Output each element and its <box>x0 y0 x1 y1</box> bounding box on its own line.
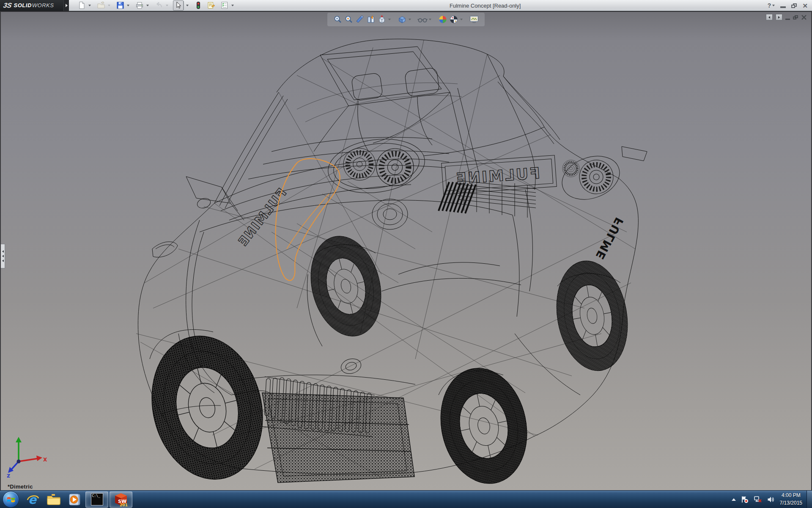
show-desktop-button[interactable] <box>807 491 812 508</box>
system-tray: 4:00 PM 7/13/2015 <box>732 491 812 508</box>
show-hidden-icons-button[interactable] <box>732 498 736 501</box>
svg-text:2015: 2015 <box>120 503 128 507</box>
heads-up-view-toolbar <box>327 13 485 26</box>
network-status-button[interactable] <box>754 496 762 503</box>
apply-scene-icon <box>449 15 458 24</box>
svg-text:FULMINE: FULMINE <box>454 164 540 188</box>
restore-button[interactable] <box>791 3 797 8</box>
zoom-to-fit-icon <box>333 15 343 24</box>
orientation-triad: X Z <box>6 435 48 478</box>
view-settings-icon <box>469 15 479 24</box>
previous-window-button[interactable] <box>766 14 773 20</box>
close-button[interactable]: ✕ <box>802 3 808 9</box>
feature-manager-collapsed-tab[interactable] <box>1 244 5 268</box>
taskbar-clock[interactable]: 4:00 PM 7/13/2015 <box>780 492 802 507</box>
start-button[interactable] <box>3 491 19 508</box>
car-wireframe-model[interactable]: FULMINE FULMINE FULME <box>1 12 811 490</box>
taskbar-media-player[interactable] <box>65 491 84 508</box>
front-right-wheel <box>431 360 538 490</box>
document-restore-button[interactable] <box>793 15 798 19</box>
taskbar-command-prompt[interactable]: C:\_ <box>85 491 108 508</box>
section-view-button[interactable] <box>354 14 365 25</box>
rebuild-traffic-light-icon <box>195 1 202 9</box>
triad-z-label: Z <box>7 473 10 478</box>
apply-scene-button[interactable] <box>448 14 459 25</box>
zoom-to-fit-button[interactable] <box>332 14 343 25</box>
previous-window-icon <box>768 16 770 19</box>
previous-view-button[interactable] <box>365 14 376 25</box>
print-dropdown-arrow[interactable] <box>146 5 149 6</box>
file-properties-icon <box>207 1 215 9</box>
front-grille-mesh <box>262 393 414 483</box>
save-button[interactable] <box>115 0 126 11</box>
document-close-button[interactable] <box>801 14 807 20</box>
menu-expand-button[interactable] <box>63 0 69 11</box>
svg-text:e: e <box>28 493 37 506</box>
taskbar-file-explorer[interactable] <box>44 491 63 508</box>
select-tool-button[interactable] <box>173 0 184 11</box>
clock-date: 7/13/2015 <box>780 500 802 507</box>
save-icon <box>116 1 124 9</box>
next-window-button[interactable] <box>776 14 782 20</box>
options-icon <box>220 1 229 9</box>
internet-explorer-icon: e <box>26 493 40 506</box>
document-minimize-button[interactable] <box>785 19 790 20</box>
network-status-icon <box>754 496 762 503</box>
svg-text:FULMINE: FULMINE <box>235 185 289 249</box>
select-cursor-icon <box>174 1 182 9</box>
brand-solid: SOLID <box>14 2 32 8</box>
volume-button[interactable] <box>767 496 775 503</box>
rear-right-wheel <box>549 255 636 376</box>
eyeglasses-icon <box>417 15 428 24</box>
clock-time: 4:00 PM <box>780 492 802 499</box>
taskbar-internet-explorer[interactable]: e <box>23 491 43 508</box>
solidworks-2015-icon: SW 2015 <box>114 492 128 507</box>
title-bar: 3S SOLID WORKS Ful <box>0 0 812 11</box>
svg-text:FULME: FULME <box>593 215 626 262</box>
select-dropdown-button[interactable] <box>184 1 191 10</box>
front-left-wheel <box>137 324 277 490</box>
zoom-to-area-button[interactable] <box>343 14 354 25</box>
taskbar: e C:\_ SW 2015 <box>0 490 812 508</box>
help-button[interactable]: ? <box>768 2 775 9</box>
window-title: Fulmine Concept [Read-only] <box>450 3 521 9</box>
edit-appearance-icon <box>438 15 447 24</box>
display-style-icon <box>398 15 407 24</box>
print-button[interactable] <box>134 0 145 11</box>
open-document-icon <box>97 1 105 9</box>
triad-x-label: X <box>43 457 47 463</box>
action-center-button[interactable] <box>741 496 749 503</box>
window-controls: ? ✕ <box>768 0 808 11</box>
media-player-icon <box>68 493 81 506</box>
minimize-button[interactable] <box>780 6 786 8</box>
view-orientation-label: *Dimetric <box>8 483 33 490</box>
new-document-button[interactable] <box>77 0 87 11</box>
brand-works: WORKS <box>32 2 54 8</box>
hide-show-items-button[interactable] <box>417 14 428 25</box>
graphics-viewport[interactable]: FULMINE FULMINE FULME <box>0 11 812 490</box>
new-dropdown-arrow[interactable] <box>88 5 91 6</box>
view-settings-button[interactable] <box>469 14 480 25</box>
taskbar-solidworks-2015[interactable]: SW 2015 <box>110 491 132 508</box>
options-button[interactable] <box>219 0 230 11</box>
open-dropdown-arrow <box>108 5 110 6</box>
open-document-button[interactable] <box>96 0 107 11</box>
previous-view-icon <box>366 15 376 24</box>
rebuild-button[interactable] <box>194 0 203 11</box>
3ds-logo-icon: 3S <box>3 2 12 9</box>
volume-icon <box>767 496 775 503</box>
options-dropdown-arrow[interactable] <box>231 5 234 6</box>
zoom-to-area-icon <box>344 15 354 24</box>
file-properties-button[interactable] <box>206 0 217 11</box>
view-orientation-button[interactable] <box>376 14 387 25</box>
undo-button <box>154 0 165 11</box>
help-icon: ? <box>768 2 771 9</box>
rear-left-wheel <box>301 229 391 344</box>
edit-appearance-button[interactable] <box>437 14 448 25</box>
show-hidden-icons-icon <box>732 498 736 501</box>
save-dropdown-arrow[interactable] <box>127 5 129 6</box>
folder-icon <box>47 493 61 506</box>
undo-icon <box>155 1 163 9</box>
windows-flag-icon <box>7 496 15 503</box>
display-style-button[interactable] <box>397 14 408 25</box>
